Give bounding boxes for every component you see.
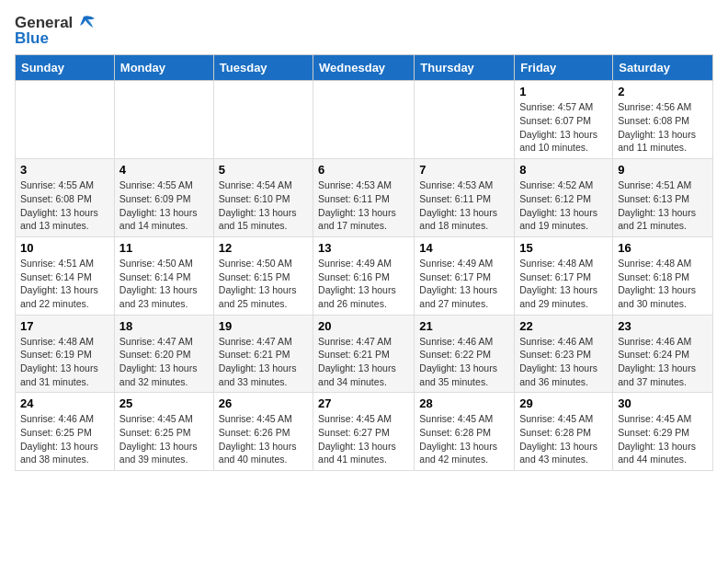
day-info: Sunrise: 4:50 AM Sunset: 6:15 PM Dayligh…	[219, 257, 308, 311]
calendar-cell: 17Sunrise: 4:48 AM Sunset: 6:19 PM Dayli…	[16, 315, 115, 393]
day-number: 13	[318, 241, 409, 255]
day-info: Sunrise: 4:51 AM Sunset: 6:13 PM Dayligh…	[618, 178, 708, 233]
day-info: Sunrise: 4:47 AM Sunset: 6:21 PM Dayligh…	[318, 335, 409, 389]
day-number: 29	[519, 396, 608, 410]
day-info: Sunrise: 4:53 AM Sunset: 6:11 PM Dayligh…	[318, 178, 409, 233]
day-info: Sunrise: 4:45 AM Sunset: 6:27 PM Dayligh…	[318, 412, 409, 466]
day-info: Sunrise: 4:47 AM Sunset: 6:20 PM Dayligh…	[119, 335, 209, 389]
day-number: 5	[219, 163, 308, 177]
day-number: 15	[519, 241, 608, 255]
logo-bird-icon	[74, 15, 95, 31]
calendar-week-row: 1Sunrise: 4:57 AM Sunset: 6:07 PM Daylig…	[16, 81, 713, 159]
calendar-cell	[114, 81, 213, 159]
calendar-table: SundayMondayTuesdayWednesdayThursdayFrid…	[15, 54, 713, 471]
day-info: Sunrise: 4:51 AM Sunset: 6:14 PM Dayligh…	[20, 257, 109, 311]
weekday-header-row: SundayMondayTuesdayWednesdayThursdayFrid…	[16, 55, 713, 81]
calendar-cell: 26Sunrise: 4:45 AM Sunset: 6:26 PM Dayli…	[213, 393, 313, 471]
logo-blue-text: Blue	[15, 30, 49, 48]
day-info: Sunrise: 4:45 AM Sunset: 6:29 PM Dayligh…	[618, 412, 708, 466]
weekday-header: Wednesday	[313, 55, 415, 81]
day-info: Sunrise: 4:53 AM Sunset: 6:11 PM Dayligh…	[419, 178, 509, 233]
day-number: 11	[119, 241, 209, 255]
day-number: 8	[519, 163, 608, 177]
day-info: Sunrise: 4:45 AM Sunset: 6:28 PM Dayligh…	[419, 412, 509, 466]
calendar-cell: 24Sunrise: 4:46 AM Sunset: 6:25 PM Dayli…	[16, 393, 115, 471]
calendar-cell: 14Sunrise: 4:49 AM Sunset: 6:17 PM Dayli…	[415, 236, 515, 315]
calendar-cell: 3Sunrise: 4:55 AM Sunset: 6:08 PM Daylig…	[16, 159, 115, 237]
weekday-header: Sunday	[16, 55, 115, 81]
calendar-cell: 16Sunrise: 4:48 AM Sunset: 6:18 PM Dayli…	[613, 236, 713, 315]
day-info: Sunrise: 4:57 AM Sunset: 6:07 PM Dayligh…	[519, 100, 608, 155]
calendar-cell: 1Sunrise: 4:57 AM Sunset: 6:07 PM Daylig…	[515, 81, 613, 159]
day-info: Sunrise: 4:46 AM Sunset: 6:23 PM Dayligh…	[519, 335, 608, 389]
weekday-header: Thursday	[415, 55, 515, 81]
day-number: 19	[219, 319, 308, 333]
day-number: 30	[618, 396, 708, 410]
calendar-cell	[213, 81, 313, 159]
day-info: Sunrise: 4:50 AM Sunset: 6:14 PM Dayligh…	[119, 257, 209, 311]
calendar-cell: 21Sunrise: 4:46 AM Sunset: 6:22 PM Dayli…	[415, 315, 515, 393]
day-number: 4	[119, 163, 209, 177]
day-info: Sunrise: 4:49 AM Sunset: 6:16 PM Dayligh…	[318, 257, 409, 311]
calendar-cell: 10Sunrise: 4:51 AM Sunset: 6:14 PM Dayli…	[16, 236, 115, 315]
day-info: Sunrise: 4:45 AM Sunset: 6:25 PM Dayligh…	[119, 412, 209, 466]
logo: General Blue	[15, 15, 95, 47]
calendar-cell: 15Sunrise: 4:48 AM Sunset: 6:17 PM Dayli…	[515, 236, 613, 315]
day-number: 6	[318, 163, 409, 177]
day-info: Sunrise: 4:56 AM Sunset: 6:08 PM Dayligh…	[618, 100, 708, 155]
day-number: 23	[618, 319, 708, 333]
calendar-cell: 27Sunrise: 4:45 AM Sunset: 6:27 PM Dayli…	[313, 393, 415, 471]
weekday-header: Saturday	[613, 55, 713, 81]
calendar-cell	[16, 81, 115, 159]
calendar-cell: 20Sunrise: 4:47 AM Sunset: 6:21 PM Dayli…	[313, 315, 415, 393]
day-number: 14	[419, 241, 509, 255]
day-info: Sunrise: 4:48 AM Sunset: 6:18 PM Dayligh…	[618, 257, 708, 311]
calendar-cell: 11Sunrise: 4:50 AM Sunset: 6:14 PM Dayli…	[114, 236, 213, 315]
calendar-cell: 8Sunrise: 4:52 AM Sunset: 6:12 PM Daylig…	[515, 159, 613, 237]
day-number: 26	[219, 396, 308, 410]
day-number: 24	[20, 396, 109, 410]
day-number: 21	[419, 319, 509, 333]
weekday-header: Tuesday	[213, 55, 313, 81]
day-number: 25	[119, 396, 209, 410]
day-info: Sunrise: 4:45 AM Sunset: 6:26 PM Dayligh…	[219, 412, 308, 466]
calendar-cell: 23Sunrise: 4:46 AM Sunset: 6:24 PM Dayli…	[613, 315, 713, 393]
day-number: 16	[618, 241, 708, 255]
calendar-week-row: 3Sunrise: 4:55 AM Sunset: 6:08 PM Daylig…	[16, 159, 713, 237]
day-number: 3	[20, 163, 109, 177]
weekday-header: Friday	[515, 55, 613, 81]
day-number: 12	[219, 241, 308, 255]
day-info: Sunrise: 4:46 AM Sunset: 6:25 PM Dayligh…	[20, 412, 109, 466]
day-info: Sunrise: 4:49 AM Sunset: 6:17 PM Dayligh…	[419, 257, 509, 311]
calendar-cell: 5Sunrise: 4:54 AM Sunset: 6:10 PM Daylig…	[213, 159, 313, 237]
day-number: 2	[618, 85, 708, 98]
day-number: 18	[119, 319, 209, 333]
logo-container: General Blue	[15, 15, 95, 47]
calendar-cell: 18Sunrise: 4:47 AM Sunset: 6:20 PM Dayli…	[114, 315, 213, 393]
calendar-cell: 6Sunrise: 4:53 AM Sunset: 6:11 PM Daylig…	[313, 159, 415, 237]
day-info: Sunrise: 4:55 AM Sunset: 6:09 PM Dayligh…	[119, 178, 209, 233]
calendar-week-row: 24Sunrise: 4:46 AM Sunset: 6:25 PM Dayli…	[16, 393, 713, 471]
day-info: Sunrise: 4:45 AM Sunset: 6:28 PM Dayligh…	[519, 412, 608, 466]
day-info: Sunrise: 4:52 AM Sunset: 6:12 PM Dayligh…	[519, 178, 608, 233]
calendar-cell	[415, 81, 515, 159]
day-info: Sunrise: 4:54 AM Sunset: 6:10 PM Dayligh…	[219, 178, 308, 233]
calendar-cell: 2Sunrise: 4:56 AM Sunset: 6:08 PM Daylig…	[613, 81, 713, 159]
calendar-week-row: 10Sunrise: 4:51 AM Sunset: 6:14 PM Dayli…	[16, 236, 713, 315]
calendar-cell	[313, 81, 415, 159]
day-info: Sunrise: 4:55 AM Sunset: 6:08 PM Dayligh…	[20, 178, 109, 233]
day-number: 10	[20, 241, 109, 255]
day-number: 7	[419, 163, 509, 177]
day-info: Sunrise: 4:47 AM Sunset: 6:21 PM Dayligh…	[219, 335, 308, 389]
calendar-cell: 28Sunrise: 4:45 AM Sunset: 6:28 PM Dayli…	[415, 393, 515, 471]
weekday-header: Monday	[114, 55, 213, 81]
calendar-cell: 12Sunrise: 4:50 AM Sunset: 6:15 PM Dayli…	[213, 236, 313, 315]
day-number: 22	[519, 319, 608, 333]
calendar-cell: 7Sunrise: 4:53 AM Sunset: 6:11 PM Daylig…	[415, 159, 515, 237]
day-number: 20	[318, 319, 409, 333]
calendar-cell: 4Sunrise: 4:55 AM Sunset: 6:09 PM Daylig…	[114, 159, 213, 237]
calendar-cell: 9Sunrise: 4:51 AM Sunset: 6:13 PM Daylig…	[613, 159, 713, 237]
day-info: Sunrise: 4:46 AM Sunset: 6:22 PM Dayligh…	[419, 335, 509, 389]
day-number: 1	[519, 85, 608, 98]
day-info: Sunrise: 4:48 AM Sunset: 6:19 PM Dayligh…	[20, 335, 109, 389]
